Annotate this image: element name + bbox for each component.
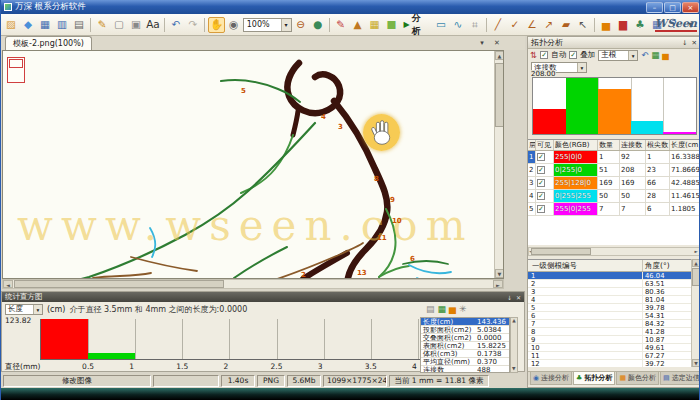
scroll-left-icon[interactable]: ◄ [3, 280, 13, 288]
chart-export-icon[interactable]: ▅ [662, 50, 669, 60]
measure-select[interactable]: 长度 ▾ [5, 304, 43, 315]
bar-chart-icon[interactable]: ▅ [598, 17, 614, 33]
angle-table-row[interactable]: 910.87 [528, 336, 691, 344]
scroll-up-icon[interactable]: ▲ [512, 318, 515, 323]
root-select[interactable]: 主根 ▾ [598, 50, 638, 61]
undo-icon[interactable]: ↶ [641, 50, 648, 60]
ruler-icon[interactable]: ▭ [433, 17, 449, 33]
color-table-row[interactable]: 2✓0|255|0512082371.8669 [528, 164, 700, 177]
stats-chart-icon[interactable]: ▆ [615, 17, 631, 33]
angle-table-row[interactable]: 380.36 [528, 288, 691, 296]
import-image-icon[interactable]: ◆ [20, 17, 36, 33]
excel-export-icon[interactable]: ▦ [651, 50, 659, 60]
curve-measure-icon[interactable]: ∿ [450, 17, 466, 33]
crop-icon[interactable]: ⌗ [467, 17, 483, 33]
scroll-up-icon[interactable]: ▲ [692, 259, 700, 267]
stats-scrollbar[interactable]: ▲ ▼ [510, 317, 518, 373]
select-cursor-icon[interactable]: ↖ [575, 17, 591, 33]
angle-table-scrollbar[interactable]: ▲ ▼ [691, 259, 700, 367]
sort-levels-icon[interactable]: ⇅ [530, 50, 537, 60]
zoom-fit-icon[interactable]: ● [310, 17, 326, 33]
visible-checkbox[interactable]: ✓ [537, 179, 545, 187]
angle-table-row[interactable]: 263.51 [528, 280, 691, 288]
draw-angle-icon[interactable]: ∠ [524, 17, 540, 33]
tab-topology-analysis[interactable]: ♣拓扑分析 [573, 372, 615, 385]
undo-icon[interactable]: ↶ [168, 17, 184, 33]
copy-icon[interactable]: ▢ [111, 17, 127, 33]
close-document-icon[interactable]: ✕ [491, 38, 503, 49]
color-table-scrollbar[interactable]: ◄ ► [528, 247, 700, 256]
excel-export-icon[interactable]: ▦ [438, 303, 447, 315]
angle-table-row[interactable]: 146.04 [528, 272, 691, 280]
mark-pencil-icon[interactable]: ✎ [333, 17, 349, 33]
paste-icon[interactable]: ▣ [128, 17, 144, 33]
tab-edge-info[interactable]: ▤选定边信息 [660, 372, 700, 385]
settings-icon[interactable]: ✳ [459, 303, 467, 315]
print-icon[interactable]: ▤ [71, 17, 87, 33]
visible-checkbox[interactable]: ✓ [537, 192, 545, 200]
color-table-row[interactable]: 3✓255|128|01691696642.4885 [528, 177, 700, 190]
hand-pan-tool-icon[interactable]: ✋ [208, 17, 225, 33]
image-canvas[interactable]: www.wseen.com 5438910111326 ▲ ▼ [2, 50, 504, 279]
zoom-level-combo[interactable]: 100%▾ [243, 18, 292, 32]
save-icon[interactable]: ▦ [37, 17, 53, 33]
redo-icon[interactable]: ↷ [185, 17, 201, 33]
zoom-magnifier-icon[interactable]: ◉ [226, 17, 242, 33]
stat-row[interactable]: 连接数488 [421, 366, 509, 373]
angle-table-row[interactable]: 1239.72 [528, 360, 691, 367]
stat-row[interactable]: 长度(cm)143.436 [421, 318, 509, 326]
angle-table-row[interactable]: 654.31 [528, 312, 691, 320]
eraser-icon[interactable]: ▰ [558, 17, 574, 33]
text-label-icon[interactable]: Aa [145, 17, 161, 33]
pin-icon[interactable]: ↓ [507, 294, 512, 301]
stat-row[interactable]: 交叠面积(cm2)0.0000 [421, 334, 509, 342]
save-all-icon[interactable]: ▥ [54, 17, 70, 33]
stat-row[interactable]: 投影面积(cm2)5.0384 [421, 326, 509, 334]
tab-list-dropdown-icon[interactable]: ▾ [476, 38, 488, 49]
flag-marker-icon[interactable]: ▲ [350, 17, 366, 33]
scroll-down-icon[interactable]: ▼ [512, 366, 515, 371]
scroll-thumb[interactable] [692, 268, 700, 286]
scroll-up-icon[interactable]: ▲ [495, 51, 504, 60]
angle-table-row[interactable]: 539.78 [528, 304, 691, 312]
grid-overlay-icon[interactable]: ▦ [367, 17, 383, 33]
document-tab[interactable]: 模板-2.png(100%) [5, 36, 92, 50]
chart-export-icon[interactable]: ▅ [449, 303, 456, 315]
color-table-row[interactable]: 5✓255|0|2557761.1805 [528, 203, 700, 216]
close-panel-icon[interactable]: ✕ [692, 39, 697, 47]
layer-color-icon[interactable]: ■ [384, 17, 400, 33]
canvas-vertical-scrollbar[interactable]: ▲ ▼ [494, 51, 503, 278]
angle-table-row[interactable]: 1167.27 [528, 352, 691, 360]
scroll-down-icon[interactable]: ▼ [692, 359, 700, 367]
edit-pencil-icon[interactable]: ✎ [94, 17, 110, 33]
angle-table-row[interactable]: 481.04 [528, 296, 691, 304]
analyze-button[interactable]: ▶分析 [401, 12, 433, 38]
tree-structure-icon[interactable]: ♣ [632, 17, 648, 33]
stat-row[interactable]: 表面积(cm2)15.8225 [421, 342, 509, 350]
pin-icon[interactable]: ↓ [682, 39, 687, 47]
canvas-horizontal-scrollbar[interactable]: ◄ ► [2, 279, 504, 289]
stat-row[interactable]: 平均直径(mm)0.370 [421, 358, 509, 366]
angle-table-row[interactable]: 1049.61 [528, 344, 691, 352]
scroll-right-icon[interactable]: ► [695, 248, 698, 255]
scroll-down-icon[interactable]: ▼ [495, 269, 504, 278]
visible-checkbox[interactable]: ✓ [537, 205, 545, 213]
vscroll-thumb[interactable] [495, 63, 504, 127]
draw-arrow-icon[interactable]: ↗ [541, 17, 557, 33]
draw-polyline-icon[interactable]: ✓ [507, 17, 523, 33]
scroll-right-icon[interactable]: ► [493, 280, 503, 288]
open-file-icon[interactable]: ▨ [3, 17, 19, 33]
overlay-checkbox[interactable]: ✓ [569, 51, 577, 59]
scroll-thumb[interactable] [531, 248, 591, 255]
export-image-icon[interactable]: ▤ [426, 303, 435, 315]
visible-checkbox[interactable]: ✓ [537, 153, 545, 161]
angle-table-row[interactable]: 784.32 [528, 320, 691, 328]
color-table-row[interactable]: 4✓0|255|25550502811.4615 [528, 190, 700, 203]
visible-checkbox[interactable]: ✓ [537, 166, 545, 174]
zoom-out-icon[interactable]: ⊖ [293, 17, 309, 33]
angle-table-row[interactable]: 841.28 [528, 328, 691, 336]
close-panel-icon[interactable]: ✕ [516, 294, 521, 301]
color-table-row[interactable]: 1✓255|0|0192116.3388 [528, 151, 700, 164]
tab-color-analysis[interactable]: ▦颜色分析 [616, 372, 659, 385]
draw-line-icon[interactable]: ╱ [490, 17, 506, 33]
